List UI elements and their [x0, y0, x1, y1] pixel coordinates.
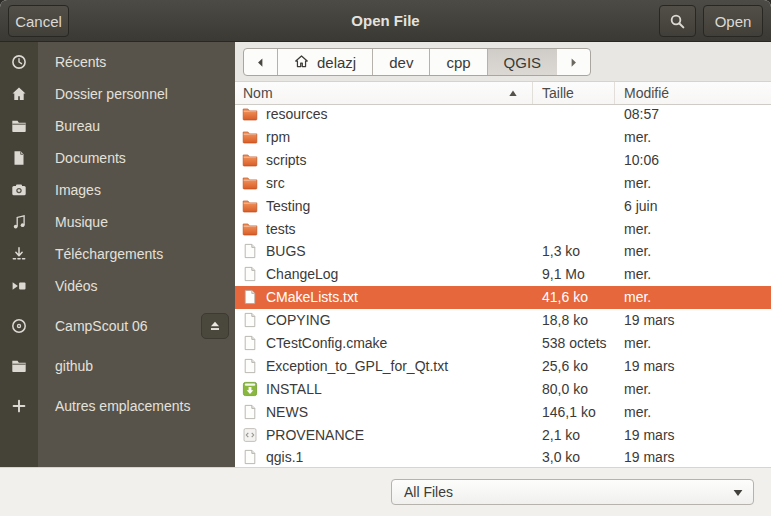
sidebar-item-label: Images: [38, 182, 235, 198]
sidebar-item-label: CampScout 06: [38, 318, 201, 334]
document-icon: [0, 150, 38, 166]
table-row[interactable]: Testing6 juin: [235, 194, 771, 217]
file-modified: mer.: [615, 243, 771, 259]
table-row[interactable]: Exception_to_GPL_for_Qt.txt25,6 ko19 mar…: [235, 354, 771, 377]
file-size: 25,6 ko: [533, 358, 615, 374]
install-badge-icon: [242, 381, 258, 397]
file-name: NEWS: [266, 404, 308, 420]
file-size: 80,0 ko: [533, 381, 615, 397]
sidebar-item-videos[interactable]: Vidéos: [0, 270, 235, 302]
sidebar-item-label: Musique: [38, 214, 235, 230]
eject-button[interactable]: [201, 313, 229, 339]
column-header-name[interactable]: Nom: [235, 82, 533, 104]
column-label: Modifié: [624, 85, 669, 101]
table-row[interactable]: CMakeLists.txt41,6 komer.: [235, 286, 771, 309]
sidebar-item-dossier-personnel[interactable]: Dossier personnel: [0, 78, 235, 110]
sidebar-item-documents[interactable]: Documents: [0, 142, 235, 174]
table-row[interactable]: qgis.13,0 ko19 mars: [235, 446, 771, 467]
sidebar-item-images[interactable]: Images: [0, 174, 235, 206]
file-name: src: [266, 175, 285, 191]
table-row[interactable]: BUGS1,3 komer.: [235, 240, 771, 263]
file-modified: mer.: [615, 175, 771, 191]
file-name-cell: scripts: [235, 152, 533, 168]
path-segment-dev[interactable]: dev: [373, 49, 430, 75]
file-modified: mer.: [615, 129, 771, 145]
sidebar-item-label: Autres emplacements: [38, 398, 235, 414]
sidebar-item-telechargements[interactable]: Téléchargements: [0, 238, 235, 270]
sidebar-item-campscout-06[interactable]: CampScout 06: [0, 310, 235, 342]
table-row[interactable]: CTestConfig.cmake538 octetsmer.: [235, 332, 771, 355]
file-modified: 10:06: [615, 152, 771, 168]
file-name-cell: qgis.1: [235, 449, 533, 465]
file-modified: mer.: [615, 266, 771, 282]
search-button[interactable]: [659, 5, 696, 37]
file-modified: 19 mars: [615, 358, 771, 374]
sidebar-item-bureau[interactable]: Bureau: [0, 110, 235, 142]
file-modified: mer.: [615, 335, 771, 351]
file-name-cell: CTestConfig.cmake: [235, 335, 533, 351]
file-name-cell: src: [235, 175, 533, 191]
table-row[interactable]: scripts10:06: [235, 148, 771, 171]
open-file-dialog: Open File Cancel Open RécentsDossier per…: [0, 0, 771, 516]
table-row[interactable]: INSTALL80,0 komer.: [235, 377, 771, 400]
file-size: 3,0 ko: [533, 449, 615, 465]
path-back-button[interactable]: [244, 49, 278, 75]
sidebar-item-musique[interactable]: Musique: [0, 206, 235, 238]
bottom-bar: All Files: [0, 467, 771, 516]
text-file-icon: [242, 266, 258, 282]
text-file-icon: [242, 404, 258, 420]
file-size: 1,3 ko: [533, 243, 615, 259]
file-name-cell: PROVENANCE: [235, 427, 533, 443]
home-icon: [294, 54, 311, 71]
column-header-modified[interactable]: Modifié: [615, 82, 771, 104]
file-modified: 19 mars: [615, 449, 771, 465]
table-row[interactable]: PROVENANCE2,1 ko19 mars: [235, 423, 771, 446]
sidebar-item-github[interactable]: github: [0, 350, 235, 382]
path-segment-cpp[interactable]: cpp: [430, 49, 487, 75]
sidebar-item-recents[interactable]: Récents: [0, 46, 235, 78]
file-name-cell: BUGS: [235, 243, 533, 259]
path-bar: delazjdevcppQGIS: [235, 42, 771, 82]
file-name-cell: CMakeLists.txt: [235, 289, 533, 305]
folder-orange-icon: [242, 175, 258, 191]
file-modified: mer.: [615, 381, 771, 397]
download-icon: [0, 246, 38, 262]
file-name-cell: INSTALL: [235, 381, 533, 397]
table-row[interactable]: rpmmer.: [235, 126, 771, 149]
file-size: 9,1 Mo: [533, 266, 615, 282]
sidebar-item-label: Téléchargements: [38, 246, 235, 262]
path-segment-delazj[interactable]: delazj: [278, 49, 373, 75]
text-file-icon: [242, 335, 258, 351]
file-size: 18,8 ko: [533, 312, 615, 328]
home-icon: [0, 86, 38, 102]
file-name: PROVENANCE: [266, 427, 364, 443]
table-row[interactable]: testsmer.: [235, 217, 771, 240]
dialog-title: Open File: [0, 0, 771, 42]
file-filter-combobox[interactable]: All Files: [391, 479, 754, 505]
folder-orange-icon: [242, 106, 258, 122]
plus-icon: [0, 398, 38, 414]
table-row[interactable]: COPYING18,8 ko19 mars: [235, 309, 771, 332]
file-modified: 19 mars: [615, 312, 771, 328]
breadcrumb: delazjdevcppQGIS: [243, 48, 591, 76]
titlebar: Open File Cancel Open: [0, 0, 771, 42]
file-name-cell: ChangeLog: [235, 266, 533, 282]
column-header-size[interactable]: Taille: [533, 82, 615, 104]
file-name: COPYING: [266, 312, 331, 328]
cancel-button[interactable]: Cancel: [8, 5, 69, 37]
open-button[interactable]: Open: [703, 5, 763, 37]
folder-orange-icon: [242, 198, 258, 214]
camera-icon: [0, 182, 38, 198]
column-label: Taille: [542, 85, 574, 101]
file-modified: mer.: [615, 289, 771, 305]
table-row[interactable]: srcmer.: [235, 171, 771, 194]
file-filter-value: All Files: [404, 484, 453, 500]
table-row[interactable]: resources08:57: [235, 105, 771, 126]
table-row[interactable]: NEWS146,1 komer.: [235, 400, 771, 423]
file-name: Exception_to_GPL_for_Qt.txt: [266, 358, 448, 374]
table-row[interactable]: ChangeLog9,1 Momer.: [235, 263, 771, 286]
path-forward-button[interactable]: [557, 49, 590, 75]
sidebar-item-autres-emplacements[interactable]: Autres emplacements: [0, 390, 235, 422]
file-modified: 08:57: [615, 106, 771, 122]
path-segment-qgis[interactable]: QGIS: [488, 49, 558, 75]
